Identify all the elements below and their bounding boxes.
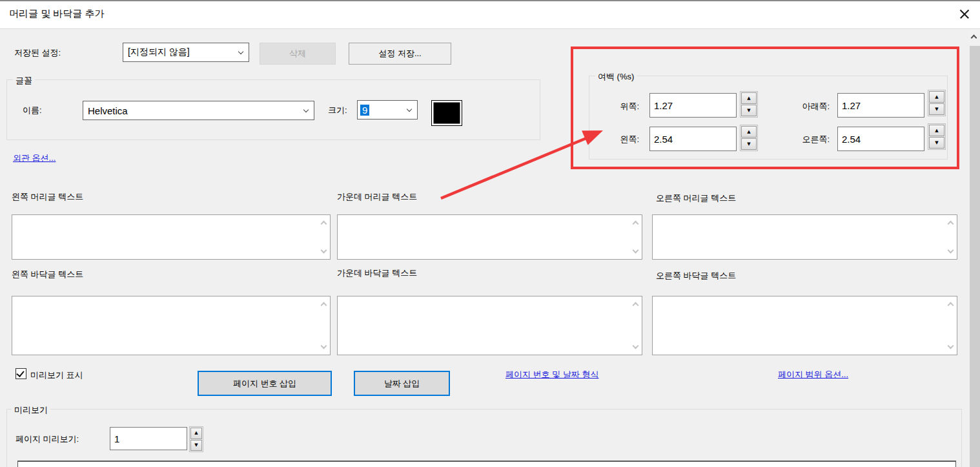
saved-settings-value: [지정되지 않음]	[123, 47, 190, 58]
font-size-value: 9	[360, 105, 369, 116]
margin-right-input[interactable]	[837, 127, 924, 151]
spin-up-button[interactable]: ▲	[929, 91, 944, 103]
spin-up-button[interactable]: ▲	[190, 428, 202, 439]
triangle-up-icon: ▲	[747, 96, 750, 101]
font-group-label: 글꼴	[13, 75, 35, 87]
font-color-swatch[interactable]	[431, 100, 462, 126]
margin-bottom-spinner: ▲ ▼	[928, 90, 946, 116]
margin-top-input[interactable]	[649, 93, 737, 118]
triangle-up-icon: ▲	[935, 95, 938, 99]
save-settings-button[interactable]: 설정 저장...	[349, 43, 451, 65]
appearance-options-link[interactable]: 외관 옵션...	[13, 152, 56, 164]
scroll-up-icon[interactable]	[633, 221, 639, 227]
spin-up-button[interactable]: ▲	[741, 92, 757, 104]
scroll-up-icon[interactable]	[948, 221, 954, 227]
triangle-down-icon: ▼	[747, 142, 750, 147]
page-number-date-format-link[interactable]: 페이지 번호 및 날짜 형식	[505, 369, 598, 380]
font-size-label: 크기:	[328, 105, 347, 116]
font-size-dropdown[interactable]: 9	[357, 100, 418, 119]
margin-right-label: 오른쪽:	[784, 134, 830, 145]
scroll-down-icon[interactable]	[321, 247, 327, 254]
margin-top-label: 위쪽:	[607, 101, 639, 112]
spin-up-button[interactable]: ▲	[741, 126, 757, 138]
right-header-textarea[interactable]	[652, 214, 957, 260]
checkmark-icon	[16, 369, 24, 377]
triangle-down-icon: ▼	[194, 443, 198, 448]
triangle-up-icon: ▲	[194, 431, 198, 435]
insert-page-number-button[interactable]: 페이지 번호 삽입	[198, 371, 332, 396]
page-preview-input[interactable]	[110, 427, 187, 450]
scrollbar-up-button[interactable]	[970, 29, 980, 46]
left-footer-label: 왼쪽 바닥글 텍스트	[12, 269, 83, 280]
scroll-down-icon[interactable]	[948, 343, 954, 349]
spin-up-button[interactable]: ▲	[929, 125, 944, 136]
margin-left-input[interactable]	[649, 127, 737, 151]
chevron-down-icon	[238, 49, 243, 54]
show-preview-checkbox[interactable]	[15, 368, 26, 379]
spin-down-button[interactable]: ▼	[929, 103, 944, 115]
title-bar	[0, 1, 980, 28]
triangle-down-icon: ▼	[935, 141, 938, 145]
scroll-up-icon[interactable]	[321, 302, 327, 309]
margins-group-label: 여백 (%s)	[595, 71, 637, 83]
left-footer-textarea[interactable]	[12, 296, 331, 355]
spin-down-button[interactable]: ▼	[741, 138, 757, 150]
page-preview-label: 페이지 미리보기:	[15, 433, 79, 445]
spin-down-button[interactable]: ▼	[190, 440, 202, 451]
vertical-scrollbar[interactable]	[970, 29, 980, 467]
center-header-label: 가운데 머리글 텍스트	[337, 191, 417, 203]
title-separator	[0, 28, 980, 29]
left-header-textarea[interactable]	[12, 214, 331, 260]
insert-date-button[interactable]: 날짜 삽입	[354, 371, 450, 396]
scroll-up-icon[interactable]	[633, 302, 639, 309]
chevron-down-icon	[303, 107, 309, 112]
scroll-up-icon[interactable]	[948, 302, 954, 309]
triangle-down-icon: ▼	[935, 107, 938, 112]
saved-settings-dropdown[interactable]: [지정되지 않음]	[123, 43, 249, 62]
page-range-options-link[interactable]: 페이지 범위 옵션...	[778, 369, 848, 380]
triangle-up-icon: ▲	[747, 130, 750, 134]
scroll-down-icon[interactable]	[633, 343, 639, 349]
dialog-title: 머리글 및 바닥글 추가	[9, 8, 105, 20]
scroll-down-icon[interactable]	[321, 343, 327, 349]
triangle-down-icon: ▼	[747, 109, 750, 113]
triangle-up-icon: ▲	[935, 129, 938, 133]
center-footer-label: 가운데 바닥글 텍스트	[337, 267, 417, 279]
scroll-down-icon[interactable]	[633, 247, 639, 254]
margin-right-spinner: ▲ ▼	[928, 123, 946, 150]
add-header-footer-dialog: 머리글 및 바닥글 추가 저장된 설정: [지정되지 않음] 삭제 설정 저장.…	[0, 0, 980, 467]
margin-left-spinner: ▲ ▼	[740, 125, 758, 151]
scroll-up-icon[interactable]	[321, 221, 327, 227]
page-preview-spinner: ▲ ▼	[189, 426, 203, 452]
right-footer-label: 오른쪽 바닥글 텍스트	[656, 270, 736, 282]
margin-top-spinner: ▲ ▼	[740, 91, 758, 118]
delete-button[interactable]: 삭제	[260, 43, 336, 65]
spin-down-button[interactable]: ▼	[929, 137, 944, 149]
preview-group-label: 미리보기	[12, 404, 50, 416]
font-name-value: Helvetica	[83, 105, 128, 116]
close-icon[interactable]	[958, 8, 971, 21]
font-name-label: 이름:	[23, 105, 42, 116]
show-preview-label: 미리보기 표시	[30, 369, 83, 381]
saved-settings-label: 저장된 설정:	[14, 47, 61, 59]
chevron-up-icon	[971, 35, 977, 41]
margin-bottom-input[interactable]	[837, 93, 924, 118]
margin-bottom-label: 아래쪽:	[784, 101, 830, 112]
left-header-label: 왼쪽 머리글 텍스트	[12, 191, 83, 203]
right-header-label: 오른쪽 머리글 텍스트	[656, 192, 736, 204]
center-footer-textarea[interactable]	[337, 296, 642, 355]
preview-canvas	[17, 461, 956, 467]
center-header-textarea[interactable]	[337, 214, 642, 260]
font-name-dropdown[interactable]: Helvetica	[83, 101, 314, 120]
margin-left-label: 왼쪽:	[607, 134, 639, 145]
scroll-down-icon[interactable]	[948, 247, 954, 254]
spin-down-button[interactable]: ▼	[741, 105, 757, 116]
right-footer-textarea[interactable]	[652, 296, 957, 355]
chevron-down-icon	[407, 107, 412, 112]
